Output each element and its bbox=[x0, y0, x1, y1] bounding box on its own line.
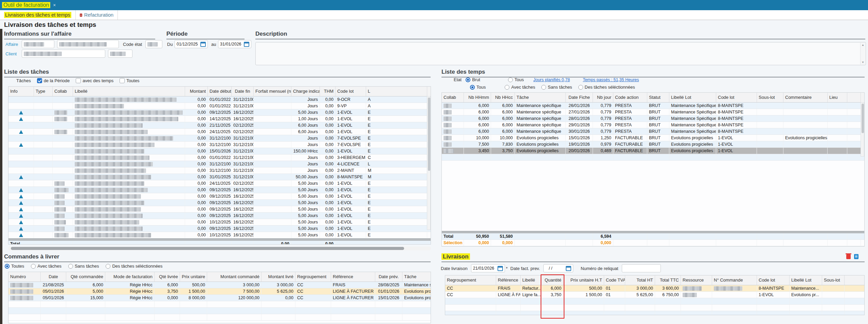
table-row[interactable]: 0,0015/01/202631/12/2100150,00 HHcc0,001… bbox=[8, 148, 431, 155]
table-row[interactable]: 0,0009/12/202516/12/20255,00 Jours0,001-… bbox=[8, 193, 431, 200]
radio-selected-icon[interactable] bbox=[470, 85, 475, 90]
table-row[interactable]: 0,0031/12/210031/12/2100Jours0,002-MAINT… bbox=[8, 167, 431, 174]
column-header[interactable]: Code lot bbox=[336, 87, 366, 96]
table-row[interactable]: 0,0021/11/202502/12/20256,00 Jours0,001-… bbox=[8, 122, 431, 129]
column-header[interactable]: Sous-lot bbox=[757, 93, 783, 102]
table-row[interactable]: 0,0024/11/202502/12/20256,00 Jours0,001-… bbox=[8, 129, 431, 135]
table-row[interactable]: 0,0001/01/202231/12/2100Jours0,003-HEBER… bbox=[8, 155, 431, 161]
column-header[interactable]: Montant bbox=[185, 87, 208, 96]
radio-tous-brut[interactable]: Tous bbox=[508, 77, 524, 82]
calendar-icon[interactable] bbox=[244, 42, 249, 47]
table-row[interactable]: 6,0006,000Maintenance spécifique29/01/20… bbox=[442, 122, 864, 128]
column-header[interactable]: Sous-lot bbox=[822, 275, 845, 285]
table-row[interactable]: CCLIGNE À FAC...Ligne fa...3,7501 500,00… bbox=[445, 292, 864, 298]
column-header[interactable]: Numéro bbox=[8, 272, 41, 282]
radio-taches-selectionnees[interactable]: Des tâches séléctionnées bbox=[578, 85, 635, 90]
column-header[interactable] bbox=[847, 93, 861, 102]
radio-sans-taches[interactable]: Sans tâches bbox=[541, 85, 572, 90]
filter-avec-des-temps[interactable]: avec des temps bbox=[76, 78, 113, 83]
column-header[interactable]: Mode de facturation bbox=[105, 272, 155, 282]
column-header[interactable]: Montant livré bbox=[261, 272, 295, 282]
table-row[interactable]: 05/01/20265,000Régie HHcc3,7501 500,007 … bbox=[8, 288, 431, 295]
column-header[interactable]: Qté commandée bbox=[66, 272, 105, 282]
radio-icon[interactable] bbox=[31, 264, 36, 269]
table-row[interactable]: 0,0010/12/202516/12/20255,00 Jours0,001-… bbox=[8, 232, 431, 238]
column-header[interactable]: Collab bbox=[442, 93, 464, 102]
calendar-icon[interactable] bbox=[200, 42, 206, 47]
column-header[interactable]: Date prév. bbox=[375, 272, 402, 282]
radio-toutes[interactable]: Toutes bbox=[5, 264, 24, 269]
column-header[interactable]: Nb jour bbox=[593, 93, 613, 102]
table-row[interactable]: 10,00010,000Evolutions progicielles15/01… bbox=[442, 135, 864, 141]
empty-row[interactable] bbox=[442, 154, 864, 161]
table-row[interactable]: 0,0009/12/202516/12/20255,00 Jours0,001-… bbox=[8, 109, 431, 116]
column-header[interactable]: Info bbox=[8, 87, 34, 96]
periode-du-input[interactable]: 01/12/2025 bbox=[175, 40, 208, 48]
radio-selected-icon[interactable] bbox=[466, 77, 470, 82]
description-scrollbar[interactable]: ▲ ▼ bbox=[860, 43, 865, 65]
radio-icon[interactable] bbox=[508, 77, 513, 82]
table-horizontal-scrollbar[interactable] bbox=[8, 238, 431, 241]
column-header[interactable]: Ressource bbox=[681, 275, 712, 285]
radio-selected-icon[interactable] bbox=[5, 264, 10, 269]
column-header[interactable]: Total TTC bbox=[655, 275, 681, 285]
radio-avec-taches[interactable]: Avec tâches bbox=[505, 85, 535, 90]
column-header[interactable]: Regroupement bbox=[295, 272, 331, 282]
empty-row[interactable] bbox=[8, 308, 431, 314]
column-header[interactable]: Tâche bbox=[402, 272, 431, 282]
radio-icon[interactable] bbox=[541, 85, 546, 90]
jours-planifies-link[interactable]: Jours planifiés 0,78 bbox=[533, 77, 570, 82]
column-header[interactable]: Total HT bbox=[625, 275, 655, 285]
radio-icon[interactable] bbox=[505, 85, 509, 90]
column-header[interactable]: Code lot bbox=[716, 93, 757, 102]
table-row[interactable]: 0,0009/12/202516/12/20255,00 Jours0,001-… bbox=[8, 187, 431, 193]
column-header[interactable] bbox=[845, 275, 865, 285]
table-row[interactable]: 6,0006,000Maintenance spécifique26/01/20… bbox=[442, 103, 864, 109]
column-header[interactable]: Forfait mensuel (nb jrs) bbox=[254, 87, 291, 96]
column-header[interactable]: Libellé Lot bbox=[790, 275, 822, 285]
code-etat-input[interactable] bbox=[145, 40, 162, 48]
column-header[interactable]: Code TVA bbox=[604, 275, 625, 285]
table-row[interactable]: 0,0010/12/202516/12/20255,00 Jours0,001-… bbox=[8, 219, 431, 226]
empty-row[interactable] bbox=[445, 311, 864, 315]
filter-toutes[interactable]: Toutes bbox=[120, 78, 139, 83]
table-row[interactable]: 0,0009/12/202516/12/20255,00 Jours0,001-… bbox=[8, 226, 431, 232]
description-textarea[interactable]: ▲ ▼ bbox=[255, 42, 866, 65]
table-row[interactable]: 6,0006,000Maintenance spécifique27/01/20… bbox=[442, 109, 864, 115]
empty-row[interactable] bbox=[445, 305, 864, 311]
table-row[interactable]: 0,0009/12/202516/12/20255,00 Jours0,001-… bbox=[8, 206, 431, 213]
calendar-icon[interactable] bbox=[498, 266, 503, 271]
column-header[interactable]: Collab bbox=[53, 87, 73, 96]
radio-taches-selectionnees-cmd[interactable]: Des tâches séléctionnées bbox=[106, 264, 162, 269]
column-header[interactable]: Nb HHcc bbox=[491, 93, 515, 102]
close-icon[interactable]: × bbox=[53, 2, 56, 8]
checkbox-icon[interactable] bbox=[76, 78, 81, 83]
column-header[interactable]: Date bbox=[41, 272, 66, 282]
column-header[interactable]: Commentaire bbox=[783, 93, 828, 102]
column-header[interactable]: Libellé Lot bbox=[669, 93, 716, 102]
table-row[interactable]: 0,0031/12/210031/12/2100Jours0,004-LICEN… bbox=[8, 161, 431, 167]
calendar-icon[interactable] bbox=[566, 266, 571, 271]
checkbox-checked-icon[interactable] bbox=[37, 78, 42, 83]
column-header[interactable]: Regroupement bbox=[445, 275, 496, 285]
column-header[interactable]: Date Fiche bbox=[566, 93, 593, 102]
column-header[interactable]: Type bbox=[34, 87, 53, 96]
radio-avec-taches-cmd[interactable]: Avec tâches bbox=[31, 264, 61, 269]
table-row[interactable]: 6,0006,000Maintenance spécifique28/01/20… bbox=[442, 115, 864, 122]
radio-tous[interactable]: Tous bbox=[470, 85, 486, 90]
radio-brut[interactable]: Brut bbox=[466, 77, 480, 82]
table-row[interactable]: 0,0031/01/202531/12/210050,00 Jours0,008… bbox=[8, 174, 431, 180]
filter-de-la-periode[interactable]: de la Période bbox=[37, 78, 70, 83]
document-icon[interactable] bbox=[854, 254, 858, 259]
table-row[interactable]: 21/08/20256,000Régie HHcc6,000500,003 00… bbox=[8, 282, 431, 288]
tab-livraison-taches-temps[interactable]: Livraison des tâches et temps bbox=[0, 10, 76, 20]
checkbox-icon[interactable] bbox=[120, 78, 125, 83]
delete-icon[interactable] bbox=[846, 254, 851, 259]
table-row[interactable]: 6,0006,000Maintenance spécifique30/01/20… bbox=[442, 128, 864, 135]
taches-horizontal-scrollbar[interactable] bbox=[8, 247, 431, 250]
radio-sans-taches-cmd[interactable]: Sans tâches bbox=[68, 264, 99, 269]
temps-passes-link[interactable]: Temps passés : 51,35 Heures bbox=[583, 77, 639, 82]
table-row[interactable]: CCFRAISRefactur...6,000500,00013 000,003… bbox=[445, 285, 864, 292]
table-row[interactable]: 0,0031/12/210031/12/2100Jours0,007-EVOLS… bbox=[8, 142, 431, 148]
column-header[interactable]: THM bbox=[320, 87, 336, 96]
